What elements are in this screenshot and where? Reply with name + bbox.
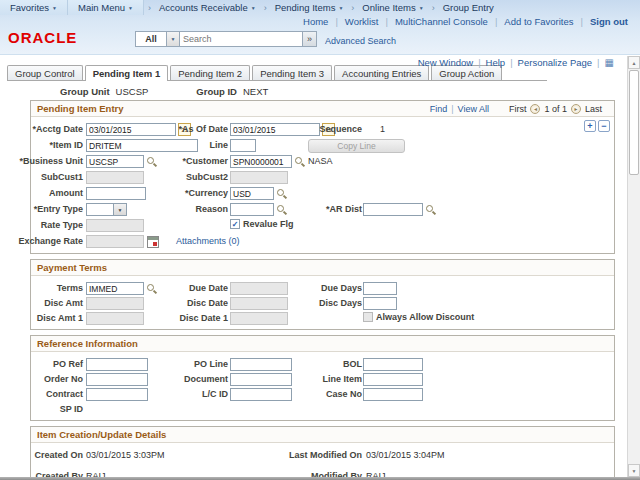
disc-amt-1-label: Disc Amt 1 — [37, 312, 83, 325]
add-to-favorites-link[interactable]: Add to Favorites — [504, 16, 573, 27]
lookup-icon[interactable] — [146, 283, 157, 295]
sequence-label: Sequence — [319, 123, 362, 136]
case-no-input[interactable] — [363, 388, 423, 401]
breadcrumb-favorites[interactable]: Favorites ▼ — [0, 0, 68, 15]
revalue-flg-checkbox[interactable]: ✓ — [230, 219, 240, 229]
bol-input[interactable] — [363, 358, 423, 371]
line-item-label: Line Item — [322, 373, 362, 386]
item-details-header: Item Creation/Update Details — [31, 427, 614, 443]
disc-amt-label: Disc Amt — [44, 297, 83, 310]
line-input[interactable] — [230, 139, 256, 152]
ar-dist-label: *AR Dist — [326, 203, 362, 216]
business-unit-input[interactable] — [86, 155, 144, 168]
subcust1-label: SubCust1 — [41, 171, 83, 184]
group-unit-label: Group Unit — [60, 86, 110, 97]
ar-dist-input[interactable] — [363, 203, 423, 216]
tab-label: Accounting Entries — [342, 68, 421, 79]
grid-icon[interactable]: ▦ — [605, 57, 614, 68]
scroll-up-icon[interactable]: ▲ — [628, 56, 640, 69]
breadcrumb: Favorites ▼ Main Menu ▼ › Accounts Recei… — [0, 0, 640, 15]
terms-input[interactable] — [86, 282, 144, 295]
find-link[interactable]: Find — [430, 104, 448, 114]
currency-input[interactable] — [230, 187, 274, 200]
view-all-link[interactable]: View All — [458, 104, 489, 114]
exchange-rate-detail-icon[interactable] — [147, 236, 159, 248]
rate-type-label: Rate Type — [41, 219, 83, 232]
home-link[interactable]: Home — [303, 16, 328, 27]
scrollbar-thumb[interactable] — [629, 70, 639, 175]
lookup-icon[interactable] — [425, 204, 436, 216]
order-no-input[interactable] — [86, 373, 148, 386]
group-id-value: NEXT — [243, 86, 268, 97]
breadcrumb-main-menu[interactable]: Main Menu ▼ — [68, 0, 144, 15]
vertical-scrollbar[interactable]: ▲ ▼ — [627, 56, 640, 477]
tab-pending-item-2[interactable]: Pending Item 2 — [170, 65, 250, 80]
acctg-date-label: *Acctg Date — [32, 123, 83, 136]
search-bar: All ▼ » Advanced Search — [135, 31, 396, 47]
separator: | — [510, 57, 512, 68]
as-of-date-input[interactable] — [230, 123, 320, 136]
search-scope-dropdown[interactable]: All ▼ — [135, 31, 180, 47]
help-link[interactable]: Help — [486, 57, 506, 68]
reason-input[interactable] — [230, 203, 274, 216]
contract-input[interactable] — [86, 388, 148, 401]
reference-information-header: Reference Information — [31, 336, 614, 352]
multichannel-console-link[interactable]: MultiChannel Console — [395, 16, 488, 27]
revalue-flg-label: Revalue Flg — [243, 219, 294, 229]
customer-input[interactable] — [230, 155, 292, 168]
entry-type-value — [86, 203, 114, 216]
disc-amt-input — [86, 297, 144, 310]
advanced-search-link[interactable]: Advanced Search — [325, 36, 396, 46]
tab-pending-item-3[interactable]: Pending Item 3 — [252, 65, 332, 80]
bol-label: BOL — [343, 358, 362, 371]
amount-input[interactable] — [86, 187, 146, 200]
customer-label: *Customer — [182, 155, 228, 168]
attachments-link[interactable]: Attachments (0) — [176, 236, 240, 246]
group-entry-page: { "sep": "|", "icons": { "dropdown": "▼"… — [0, 0, 640, 480]
entry-type-select[interactable]: ▼ — [86, 203, 127, 216]
next-row-icon[interactable]: ► — [571, 104, 581, 114]
breadcrumb-accounts-receivable[interactable]: Accounts Receivable ▼ — [155, 2, 260, 13]
reference-information-body: PO Ref PO Line BOL Order No Document Lin… — [31, 352, 614, 420]
oracle-logo: ORACLE — [8, 29, 77, 46]
lookup-icon[interactable] — [294, 156, 305, 168]
tab-pending-item-1[interactable]: Pending Item 1 — [85, 65, 169, 81]
line-item-input[interactable] — [363, 373, 423, 386]
tab-group-control[interactable]: Group Control — [7, 65, 83, 80]
lookup-icon[interactable] — [276, 204, 287, 216]
group-unit-value: USCSP — [116, 86, 149, 97]
po-ref-label: PO Ref — [53, 358, 83, 371]
previous-row-icon[interactable]: ◄ — [530, 104, 540, 114]
new-window-link[interactable]: New Window — [418, 57, 473, 68]
payment-terms-header: Payment Terms — [31, 260, 614, 276]
lookup-icon[interactable] — [276, 188, 287, 200]
personalize-page-link[interactable]: Personalize Page — [518, 57, 592, 68]
document-label: Document — [184, 373, 228, 386]
po-line-input[interactable] — [230, 358, 292, 371]
acctg-date-input[interactable] — [86, 123, 176, 136]
created-on-value: 03/01/2015 3:03PM — [86, 450, 165, 460]
item-id-input[interactable] — [86, 139, 198, 152]
scroll-down-icon[interactable]: ▼ — [628, 464, 640, 477]
breadcrumb-separator-icon: › — [428, 3, 439, 13]
po-ref-input[interactable] — [86, 358, 148, 371]
sign-out-link[interactable]: Sign out — [590, 16, 628, 27]
search-scope-value: All — [135, 31, 167, 47]
tab-label: Group Action — [439, 68, 494, 79]
terms-label: Terms — [57, 282, 83, 295]
lookup-icon[interactable] — [146, 156, 157, 168]
due-days-input[interactable] — [363, 282, 397, 295]
disc-date-input — [230, 297, 288, 310]
tab-accounting-entries[interactable]: Accounting Entries — [334, 65, 429, 80]
worklist-link[interactable]: Worklist — [345, 16, 379, 27]
document-input[interactable] — [230, 373, 292, 386]
chevron-down-icon: ▼ — [338, 5, 343, 11]
lc-id-input[interactable] — [230, 388, 292, 401]
search-input[interactable] — [180, 31, 303, 47]
sp-id-label: SP ID — [60, 403, 83, 416]
breadcrumb-pending-items[interactable]: Pending Items ▼ — [271, 2, 348, 13]
breadcrumb-online-items[interactable]: Online Items ▼ — [358, 2, 427, 13]
group-id-label: Group ID — [196, 86, 237, 97]
search-go-button[interactable]: » — [303, 31, 317, 47]
disc-days-input[interactable] — [363, 297, 397, 310]
